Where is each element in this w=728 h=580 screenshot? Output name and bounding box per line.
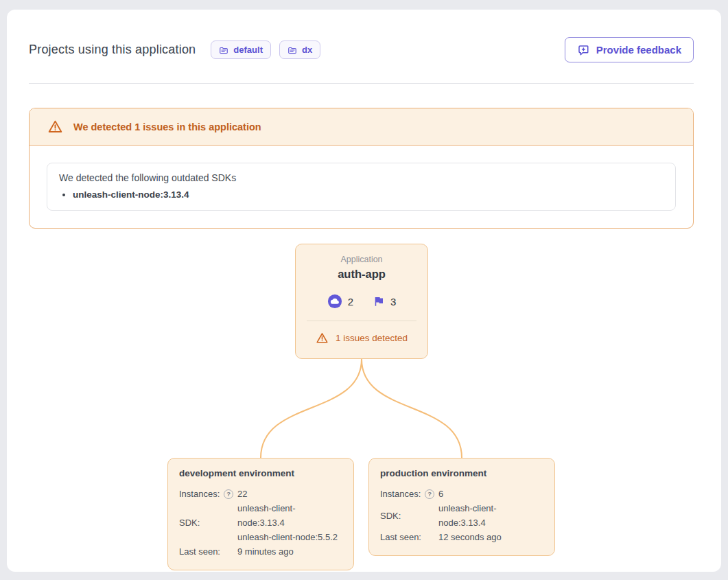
project-chip-default[interactable]: default <box>211 40 271 59</box>
warning-triangle-icon <box>316 332 329 345</box>
project-icon <box>219 45 228 55</box>
last-seen-value: 12 seconds ago <box>438 530 543 544</box>
environments-count: 2 <box>348 296 353 308</box>
outdated-sdks-list: unleash-client-node:3.13.4 <box>73 189 664 200</box>
last-seen-label: Last seen: <box>380 530 421 544</box>
outdated-sdk-item: unleash-client-node:3.13.4 <box>73 189 664 200</box>
sdk-row: SDK: unleash-client-node:3.13.4 <box>380 501 543 530</box>
flags-count: 3 <box>390 296 396 308</box>
flags-stat: 3 <box>373 295 396 308</box>
issues-body: We detected the following outdated SDKs … <box>30 146 693 228</box>
environment-node-development: development environment Instances: ? 22 … <box>167 458 354 570</box>
issues-panel: We detected 1 issues in this application… <box>29 108 694 229</box>
environment-node-production: production environment Instances: ? 6 SD… <box>368 458 555 556</box>
instances-value: 6 <box>438 487 543 501</box>
project-chips: default dx <box>211 40 320 59</box>
cloud-icon <box>327 294 342 309</box>
sdk-value: unleash-client-node:3.13.4 <box>438 501 543 530</box>
flag-icon <box>373 295 385 308</box>
project-chip-label: default <box>233 45 263 55</box>
project-chip-label: dx <box>302 45 312 55</box>
environment-title: development environment <box>179 468 342 478</box>
application-stats: 2 3 <box>296 294 427 309</box>
instances-row: Instances: ? 22 <box>179 487 342 501</box>
issues-banner: We detected 1 issues in this application <box>30 108 693 146</box>
environments-stat: 2 <box>327 294 353 309</box>
help-icon[interactable]: ? <box>425 489 434 499</box>
sdk-value: unleash-client-node:3.13.4 <box>237 501 342 530</box>
application-node: Application auth-app 2 <box>295 244 428 359</box>
header: Projects using this application default <box>7 10 721 62</box>
outdated-sdks-heading: We detected the following outdated SDKs <box>59 172 664 183</box>
last-seen-value: 9 minutes ago <box>237 544 342 559</box>
last-seen-label: Last seen: <box>179 544 220 559</box>
last-seen-row: Last seen: 12 seconds ago <box>380 530 543 544</box>
page-background: Projects using this application default <box>0 0 728 580</box>
application-issues: 1 issues detected <box>296 332 427 345</box>
sdk-row: SDK: unleash-client-node:3.13.4 unleash-… <box>179 501 342 544</box>
help-icon[interactable]: ? <box>224 489 233 499</box>
application-name: auth-app <box>296 268 427 281</box>
instances-row: Instances: ? 6 <box>380 487 543 501</box>
provide-feedback-label: Provide feedback <box>596 44 681 56</box>
main-panel: Projects using this application default <box>7 10 721 572</box>
warning-triangle-icon <box>47 119 63 135</box>
sdk-label: SDK: <box>179 515 200 530</box>
provide-feedback-button[interactable]: Provide feedback <box>565 37 694 62</box>
issues-banner-title: We detected 1 issues in this application <box>73 121 261 132</box>
environment-title: production environment <box>380 468 543 478</box>
application-issues-text: 1 issues detected <box>336 333 408 343</box>
header-divider <box>29 83 694 84</box>
project-chip-dx[interactable]: dx <box>279 40 320 59</box>
sdk-label: SDK: <box>380 509 401 523</box>
instances-label: Instances: <box>380 487 421 501</box>
tree-connectors <box>7 359 721 458</box>
instances-label: Instances: <box>179 487 220 501</box>
outdated-sdks-box: We detected the following outdated SDKs … <box>47 163 676 211</box>
application-kicker: Application <box>296 255 427 264</box>
last-seen-row: Last seen: 9 minutes ago <box>179 544 342 559</box>
instances-value: 22 <box>237 487 342 501</box>
sdk-value: unleash-client-node:5.5.2 <box>237 530 342 544</box>
page-title: Projects using this application <box>29 43 196 57</box>
project-icon <box>287 45 297 55</box>
feedback-plus-icon <box>577 44 589 56</box>
application-node-divider <box>307 321 416 321</box>
